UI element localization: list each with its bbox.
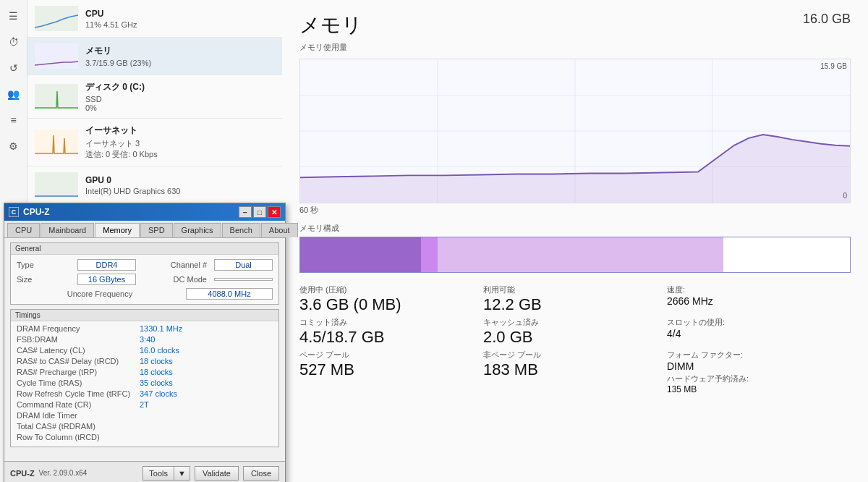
timing-label-1: FSB:DRAM	[17, 335, 140, 344]
tm-item-gpu[interactable]: GPU 0 Intel(R) UHD Graphics 630	[27, 166, 282, 204]
cpuz-tabs: CPU Mainboard Memory SPD Graphics Bench …	[4, 221, 285, 238]
timing-label-8: DRAM Idle Timer	[17, 411, 140, 420]
stat-speed-label: 速度:	[667, 284, 851, 295]
cpuz-footer: CPU-Z Ver. 2.09.0.x64 Tools ▼ Validate C…	[4, 461, 285, 482]
stat-available: 利用可能 12.2 GB	[483, 284, 667, 314]
sidebar-icon-performance[interactable]: ⏱	[4, 32, 24, 52]
stat-ff-label: フォーム ファクター:	[667, 350, 851, 360]
cpuz-uncore-label: Uncore Frequency	[17, 289, 183, 298]
timing-label-10: Row To Column (tRCD)	[17, 433, 140, 441]
cpuz-title: CPU-Z	[23, 207, 239, 217]
cpuz-tab-spd[interactable]: SPD	[140, 223, 173, 237]
page-stats-grid: ページ プール 527 MB 非ページ プール 183 MB フォーム ファクタ…	[282, 347, 868, 394]
stat-pagepool-value: 527 MB	[299, 360, 483, 379]
sidebar-icon-refresh[interactable]: ↺	[4, 58, 24, 78]
cpuz-window: C CPU-Z − □ ✕ CPU Mainboard Memory SPD G…	[4, 203, 286, 482]
cpuz-tab-mainboard[interactable]: Mainboard	[41, 223, 94, 237]
sidebar-icon-users[interactable]: 👥	[4, 84, 24, 104]
tm-right-total: 16.0 GB	[803, 12, 851, 27]
cpuz-channel-label: Channel #	[139, 261, 211, 269]
stat-inuse-label: 使用中 (圧縮)	[299, 284, 483, 295]
stat-commit-value: 4.5/18.7 GB	[299, 328, 483, 347]
cpuz-tools-btn[interactable]: Tools	[142, 466, 174, 481]
cpuz-body: General Type DDR4 Channel # Dual Size 16…	[4, 238, 285, 455]
cpuz-maximize-btn[interactable]: □	[253, 206, 266, 218]
cpu-item-detail: 11% 4.51 GHz	[85, 20, 275, 29]
cpuz-general-grid: Type DDR4 Channel # Dual Size 16 GBytes …	[17, 259, 273, 285]
stat-cached: キャッシュ済み 2.0 GB	[483, 317, 667, 347]
lower-stats-grid: コミット済み 4.5/18.7 GB キャッシュ済み 2.0 GB スロットの使…	[282, 314, 868, 347]
stat-available-label: 利用可能	[483, 284, 667, 295]
cpuz-uncore-value: 4088.0 MHz	[186, 288, 273, 300]
stat-nonpagepool-value: 183 MB	[483, 360, 667, 379]
cpuz-timings-body: DRAM Frequency 1330.1 MHz FSB:DRAM 3:40 …	[11, 321, 278, 447]
cpuz-tab-graphics[interactable]: Graphics	[174, 223, 221, 237]
gpu-item-name: GPU 0	[85, 175, 275, 185]
cpuz-type-value: DDR4	[77, 259, 136, 271]
tm-item-ethernet[interactable]: イーサネット イーサネット 3送信: 0 受信: 0 Kbps	[27, 119, 282, 166]
timing-label-5: Cycle Time (tRAS)	[17, 379, 140, 387]
stat-slot-value: 4/4	[667, 328, 851, 339]
stat-pagepool-label: ページ プール	[299, 350, 483, 360]
disk-item-name: ディスク 0 (C:)	[85, 81, 275, 93]
cpuz-close-btn[interactable]: ✕	[268, 206, 281, 218]
memory-usage-graph: 15.9 GB 0	[299, 59, 851, 203]
cpuz-uncore-row: Uncore Frequency 4088.0 MHz	[17, 288, 273, 300]
sidebar-icon-menu[interactable]: ☰	[4, 6, 24, 26]
timing-value-3: 18 clocks	[140, 357, 173, 365]
stat-nonpage-pool: 非ページ プール 183 MB	[483, 350, 667, 394]
cpuz-titlebar: C CPU-Z − □ ✕	[4, 203, 285, 221]
cpuz-dc-value	[214, 278, 273, 281]
stat-slot: スロットの使用: 4/4	[667, 317, 851, 347]
tm-right-subtitle: メモリ使用量	[282, 42, 868, 59]
timing-row-10: Row To Column (tRCD)	[17, 433, 273, 441]
stat-cached-label: キャッシュ済み	[483, 317, 667, 328]
tm-item-disk[interactable]: ディスク 0 (C:) SSD0%	[27, 75, 282, 119]
timing-label-0: DRAM Frequency	[17, 324, 140, 333]
cpuz-tab-bench[interactable]: Bench	[222, 223, 260, 237]
graph-time-label: 60 秒	[282, 203, 868, 217]
ethernet-item-detail: イーサネット 3送信: 0 受信: 0 Kbps	[85, 138, 275, 160]
stat-page-pool: ページ プール 527 MB	[299, 350, 483, 394]
svg-rect-3	[35, 130, 78, 155]
memory-item-detail: 3.7/15.9 GB (23%)	[85, 59, 275, 67]
cpuz-tools-dropdown-btn[interactable]: ▼	[174, 466, 190, 481]
cpuz-tab-cpu[interactable]: CPU	[7, 223, 40, 237]
cpuz-tools-btn-group: Tools ▼	[142, 466, 190, 481]
mem-composition-label: メモリ構成	[299, 223, 851, 234]
cpuz-channel-value: Dual	[214, 259, 273, 271]
mem-bar-standby	[438, 237, 723, 272]
timing-row-5: Cycle Time (tRAS) 35 clocks	[17, 379, 273, 387]
cpuz-tab-about[interactable]: About	[261, 223, 298, 237]
sidebar-icon-settings[interactable]: ⚙	[4, 136, 24, 156]
stat-hw-label: ハードウェア予約済み:	[667, 373, 851, 384]
cpuz-tab-memory[interactable]: Memory	[95, 223, 140, 237]
cpuz-general-body: Type DDR4 Channel # Dual Size 16 GBytes …	[11, 255, 278, 304]
tm-right-title: メモリ	[299, 12, 362, 39]
mem-bar-free	[723, 237, 850, 272]
timing-row-8: DRAM Idle Timer	[17, 411, 273, 420]
timing-row-4: RAS# Precharge (tRP) 18 clocks	[17, 368, 273, 376]
stats-grid: 使用中 (圧縮) 3.6 GB (0 MB) 利用可能 12.2 GB 速度: …	[282, 276, 868, 314]
graph-max-label: 15.9 GB	[820, 62, 847, 70]
tm-item-cpu[interactable]: CPU 11% 4.51 GHz	[27, 0, 282, 38]
mem-bar-inuse	[300, 237, 421, 272]
tm-item-memory[interactable]: メモリ 3.7/15.9 GB (23%)	[27, 38, 282, 75]
cpuz-footer-ver: Ver. 2.09.0.x64	[39, 469, 88, 477]
timing-label-6: Row Refresh Cycle Time (tRFC)	[17, 389, 140, 398]
cpuz-icon: C	[9, 207, 19, 217]
stat-available-value: 12.2 GB	[483, 295, 667, 314]
stat-cached-value: 2.0 GB	[483, 328, 667, 347]
timing-value-1: 3:40	[140, 335, 155, 344]
cpuz-validate-btn[interactable]: Validate	[195, 466, 239, 481]
svg-rect-0	[35, 6, 78, 31]
sidebar-icon-details[interactable]: ≡	[4, 110, 24, 130]
cpuz-timings-title: Timings	[11, 310, 278, 321]
ethernet-item-name: イーサネット	[85, 124, 275, 137]
cpuz-minimize-btn[interactable]: −	[239, 206, 252, 218]
cpuz-general-title: General	[11, 243, 278, 255]
timing-label-2: CAS# Latency (CL)	[17, 346, 140, 355]
mem-composition: メモリ構成	[282, 217, 868, 276]
cpuz-close-footer-btn[interactable]: Close	[243, 466, 279, 481]
timing-value-6: 347 clocks	[140, 389, 177, 398]
